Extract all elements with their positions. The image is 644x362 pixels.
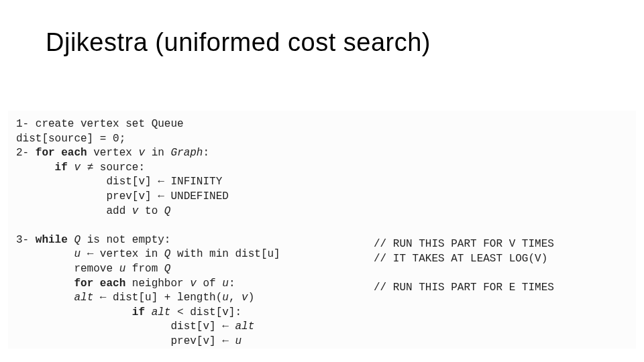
code-var: u — [74, 248, 80, 260]
code-text: vertex — [87, 147, 139, 159]
code-text — [16, 292, 74, 304]
code-line: dist[source] = 0; — [16, 133, 125, 145]
code-kw: for each — [74, 278, 125, 290]
code-text: of — [197, 278, 222, 290]
comment-line: // IT TAKES AT LEAST LOG(V) — [374, 253, 547, 265]
code-text: in — [145, 147, 170, 159]
comment-line: // RUN THIS PART FOR E TIMES — [374, 282, 554, 294]
code-text: , — [229, 292, 241, 304]
code-text: : — [229, 278, 235, 290]
code-text — [16, 248, 74, 260]
comment-line: // RUN THIS PART FOR V TIMES — [374, 238, 554, 250]
code-text — [68, 234, 74, 246]
code-text: to — [138, 205, 164, 217]
code-line: 3- — [16, 234, 29, 246]
slide-title: Djikestra (uniformed cost search) — [46, 28, 431, 57]
code-kw: for each — [29, 147, 87, 159]
slide: Djikestra (uniformed cost search) 1- cre… — [0, 0, 644, 362]
code-kw: if — [55, 162, 68, 174]
code-var: v — [138, 147, 145, 159]
code-var: v — [190, 278, 197, 290]
code-text — [16, 306, 132, 318]
pseudocode-block: 1- create vertex set Queue dist[source] … — [8, 111, 636, 349]
code-var: v — [241, 292, 248, 304]
code-var: v — [74, 162, 80, 174]
code-text: ≠ source: — [80, 162, 145, 174]
code-var: alt — [152, 306, 171, 318]
code-kw: if — [132, 306, 145, 318]
code-text — [16, 162, 55, 174]
code-var: Q — [74, 234, 80, 246]
code-text: < dist[v]: — [170, 306, 241, 318]
code-text: prev[v] ← — [16, 335, 235, 347]
code-text: remove — [16, 263, 119, 275]
code-var: Q — [164, 205, 171, 217]
code-text: with min dist[u] — [170, 248, 280, 260]
code-line: dist[v] ← INFINITY — [16, 176, 222, 188]
comment-column: // RUN THIS PART FOR V TIMES // IT TAKES… — [374, 237, 554, 295]
code-var: alt — [74, 292, 93, 304]
code-text: is not empty: — [80, 234, 170, 246]
code-text: add — [16, 205, 132, 217]
code-var: alt — [235, 320, 254, 333]
code-var: u — [222, 278, 229, 290]
code-var: u — [222, 292, 229, 304]
code-var: Graph — [170, 147, 203, 159]
code-line: 2- — [16, 147, 29, 159]
code-var: Q — [164, 263, 171, 275]
code-text — [145, 306, 152, 318]
code-text: neighbor — [125, 278, 190, 290]
code-text: ← dist[u] + length( — [93, 292, 222, 304]
code-text — [16, 278, 74, 290]
code-var: u — [235, 335, 241, 347]
code-text: ← vertex in — [80, 248, 164, 260]
code-text: from — [125, 263, 164, 275]
code-line: 1- create vertex set Queue — [16, 118, 184, 130]
code-kw: while — [29, 234, 68, 246]
code-var: u — [119, 263, 126, 275]
code-text: dist[v] ← — [16, 320, 235, 333]
code-text: ) — [248, 292, 255, 304]
code-var: v — [132, 205, 139, 217]
code-text: : — [203, 147, 209, 159]
code-line: prev[v] ← UNDEFINED — [16, 190, 229, 202]
code-text — [68, 162, 74, 174]
